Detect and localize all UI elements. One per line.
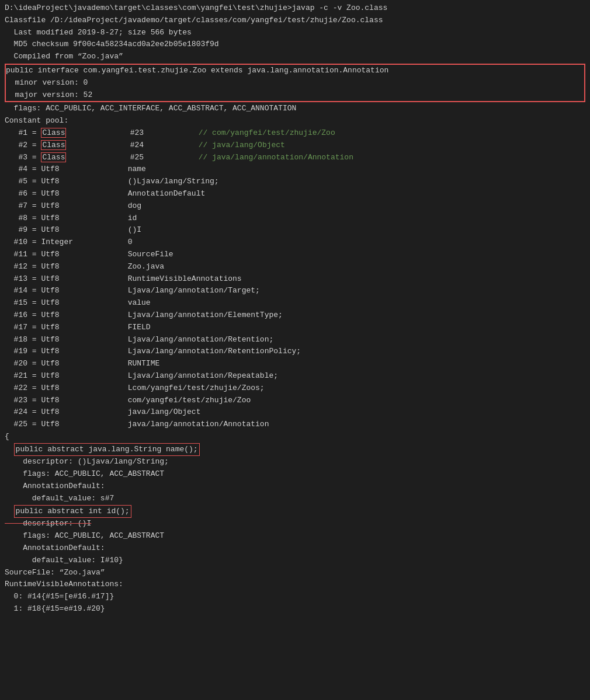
cp-entry-19: #19 = Utf8 Ljava/lang/annotation/Retenti…: [5, 346, 585, 358]
line-md5: MD5 checksum 9f00c4a58234acd0a2ee2b05e18…: [5, 39, 585, 51]
line-annotation-0: 0: #14{#15=[e#16.#17]}: [5, 591, 585, 603]
method-id-decl: public abstract int id();: [5, 505, 585, 518]
cp-entry-9: #9 = Utf8 ()I: [5, 224, 585, 236]
cp-entry-24: #24 = Utf8 java/lang/Object: [5, 406, 585, 419]
cp-entry-16: #16 = Utf8 Ljava/lang/annotation/Element…: [5, 309, 585, 322]
cp-entry-25: #25 = Utf8 java/lang/annotation/Annotati…: [5, 419, 585, 431]
method-id-default-value: default_value: I#10}: [5, 555, 585, 567]
line-constant-pool: Constant pool:: [5, 115, 585, 127]
line-command: D:\ideaProject\javademo\target\classes\c…: [5, 2, 585, 15]
method-id-descriptor: descriptor: ()I: [5, 518, 585, 530]
line-sourcefile: SourceFile: “Zoo.java”: [5, 567, 585, 579]
line-annotation-1: 1: #18{#15=e#19.#20}: [5, 603, 585, 615]
cp-entry-10: #10 = Integer 0: [5, 236, 585, 249]
method-name-annotation-default: AnnotationDefault:: [5, 480, 585, 493]
line-interface-decl: public interface com.yangfei.test.zhujie…: [6, 65, 584, 77]
line-major-version: major version: 52: [6, 89, 584, 102]
cp-entry-11: #11 = Utf8 SourceFile: [5, 249, 585, 261]
method-id-annotation-default: AnnotationDefault:: [5, 542, 585, 555]
cp-entry-18: #18 = Utf8 Ljava/lang/annotation/Retenti…: [5, 334, 585, 346]
cp-entry-3: #3 = Class #25 // java/lang/annotation/A…: [5, 152, 585, 164]
line-classfile: Classfile /D:/ideaProject/javademo/targe…: [5, 15, 585, 27]
cp-entry-23: #23 = Utf8 com/yangfei/test/zhujie/Zoo: [5, 395, 585, 407]
method-name-default-value: default_value: s#7: [5, 493, 585, 505]
cp-entry-15: #15 = Utf8 value: [5, 297, 585, 309]
cp-entry-8: #8 = Utf8 id: [5, 213, 585, 225]
line-open-brace: {: [5, 431, 585, 443]
line-minor-version: minor version: 0: [6, 77, 584, 89]
cp-entry-7: #7 = Utf8 dog: [5, 200, 585, 213]
cp-entry-2: #2 = Class #24 // java/lang/Object: [5, 140, 585, 152]
cp-entry-1: #1 = Class #23 // com/yangfei/test/zhuji…: [5, 127, 585, 140]
terminal-output: D:\ideaProject\javademo\target\classes\c…: [0, 0, 590, 700]
cp-entry-6: #6 = Utf8 AnnotationDefault: [5, 188, 585, 200]
cp-entry-21: #21 = Utf8 Ljava/lang/annotation/Repeata…: [5, 370, 585, 382]
line-modified: Last modified 2019-8-27; size 566 bytes: [5, 27, 585, 39]
cp-entry-14: #14 = Utf8 Ljava/lang/annotation/Target;: [5, 285, 585, 297]
method-name-decl: public abstract java.lang.String name();: [5, 443, 585, 457]
cp-entry-5: #5 = Utf8 ()Ljava/lang/String;: [5, 176, 585, 188]
line-runtime-visible: RuntimeVisibleAnnotations:: [5, 579, 585, 591]
line-flags: flags: ACC_PUBLIC, ACC_INTERFACE, ACC_AB…: [5, 103, 585, 115]
line-compiled: Compiled from “Zoo.java”: [5, 51, 585, 63]
method-name-flags: flags: ACC_PUBLIC, ACC_ABSTRACT: [5, 468, 585, 480]
method-name-descriptor: descriptor: ()Ljava/lang/String;: [5, 456, 585, 468]
cp-entry-17: #17 = Utf8 FIELD: [5, 322, 585, 334]
method-id-flags: flags: ACC_PUBLIC, ACC_ABSTRACT: [5, 530, 585, 542]
cp-entry-12: #12 = Utf8 Zoo.java: [5, 261, 585, 273]
cp-entry-22: #22 = Utf8 Lcom/yangfei/test/zhujie/Zoos…: [5, 382, 585, 395]
cp-entry-20: #20 = Utf8 RUNTIME: [5, 358, 585, 370]
cp-entry-13: #13 = Utf8 RuntimeVisibleAnnotations: [5, 273, 585, 285]
cp-entry-4: #4 = Utf8 name: [5, 163, 585, 176]
